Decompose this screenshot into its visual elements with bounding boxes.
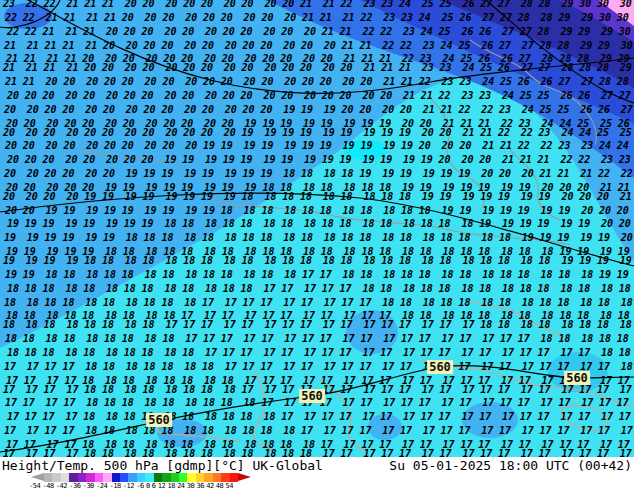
svg-text:21: 21	[101, 0, 114, 9]
svg-text:18: 18	[481, 297, 493, 308]
svg-text:20: 20	[441, 140, 454, 151]
svg-text:17: 17	[281, 283, 293, 294]
svg-text:17: 17	[320, 333, 332, 344]
svg-text:18: 18	[122, 333, 134, 344]
svg-text:18: 18	[25, 283, 37, 294]
svg-text:20: 20	[144, 12, 157, 23]
svg-text:20: 20	[105, 26, 118, 37]
svg-text:21: 21	[461, 127, 474, 138]
svg-text:18: 18	[363, 255, 375, 266]
svg-text:18: 18	[481, 232, 493, 243]
svg-text:20: 20	[243, 12, 256, 23]
svg-text:18: 18	[3, 319, 15, 330]
svg-text:25: 25	[556, 104, 569, 115]
svg-text:18: 18	[164, 218, 176, 229]
svg-text:18: 18	[322, 218, 334, 229]
svg-text:18: 18	[458, 232, 470, 243]
svg-text:18: 18	[558, 269, 570, 280]
svg-text:21: 21	[501, 154, 514, 165]
svg-text:19: 19	[482, 205, 494, 216]
svg-text:17: 17	[363, 448, 375, 457]
svg-text:19: 19	[578, 218, 590, 229]
svg-text:20: 20	[45, 140, 58, 151]
svg-text:19: 19	[359, 168, 371, 179]
svg-text:21: 21	[339, 26, 352, 37]
svg-text:17: 17	[282, 384, 294, 395]
svg-text:21: 21	[82, 26, 95, 37]
svg-text:18: 18	[83, 347, 95, 358]
svg-text:17: 17	[479, 347, 491, 358]
svg-text:17: 17	[165, 319, 177, 330]
svg-text:18: 18	[541, 269, 553, 280]
svg-text:19: 19	[3, 255, 15, 266]
colorbar-segment	[86, 473, 94, 482]
svg-text:20: 20	[184, 140, 197, 151]
svg-text:30: 30	[616, 12, 629, 23]
svg-text:20: 20	[65, 191, 78, 202]
svg-text:18: 18	[343, 205, 355, 216]
svg-text:18: 18	[143, 255, 155, 266]
svg-text:17: 17	[343, 333, 355, 344]
svg-text:17: 17	[539, 384, 551, 395]
svg-text:17: 17	[323, 448, 335, 457]
svg-text:21: 21	[341, 40, 354, 51]
svg-text:19: 19	[520, 218, 532, 229]
svg-text:28: 28	[537, 26, 550, 37]
svg-text:18: 18	[223, 411, 235, 422]
svg-text:18: 18	[362, 218, 374, 229]
colorbar-tick-label: -36	[68, 482, 81, 490]
svg-text:18: 18	[225, 425, 237, 436]
svg-text:19: 19	[283, 104, 295, 115]
svg-text:18: 18	[522, 297, 534, 308]
svg-text:17: 17	[381, 319, 393, 330]
svg-text:18: 18	[184, 232, 196, 243]
svg-text:24: 24	[418, 12, 431, 23]
svg-text:19: 19	[401, 140, 413, 151]
svg-text:20: 20	[102, 104, 115, 115]
colorbar-tick-label: 54	[224, 482, 234, 490]
svg-text:17: 17	[185, 333, 197, 344]
svg-text:18: 18	[621, 297, 633, 308]
svg-text:21: 21	[319, 12, 332, 23]
svg-text:17: 17	[403, 347, 415, 358]
svg-text:18: 18	[63, 333, 75, 344]
svg-text:20: 20	[242, 104, 255, 115]
svg-text:17: 17	[581, 397, 593, 408]
svg-text:20: 20	[460, 154, 473, 165]
svg-text:18: 18	[403, 283, 415, 294]
svg-text:17: 17	[498, 448, 510, 457]
svg-text:18: 18	[124, 283, 136, 294]
svg-text:20: 20	[101, 62, 114, 73]
svg-text:20: 20	[220, 12, 233, 23]
svg-text:17: 17	[482, 333, 494, 344]
svg-text:17: 17	[400, 361, 412, 372]
svg-text:17: 17	[500, 397, 512, 408]
svg-text:20: 20	[82, 90, 95, 101]
svg-text:19: 19	[241, 154, 253, 165]
svg-text:17: 17	[264, 384, 276, 395]
svg-text:19: 19	[362, 154, 374, 165]
contour-label-560: 560	[427, 360, 453, 374]
svg-text:21: 21	[65, 0, 78, 9]
svg-text:18: 18	[85, 425, 97, 436]
svg-text:17: 17	[304, 283, 316, 294]
svg-text:17: 17	[401, 397, 413, 408]
svg-text:17: 17	[300, 319, 312, 330]
svg-text:17: 17	[440, 384, 452, 395]
svg-text:18: 18	[243, 232, 255, 243]
svg-text:18: 18	[581, 269, 593, 280]
svg-text:18: 18	[440, 255, 452, 266]
colorbar-labels: -54-48-42-36-30-24-18-12-606121824303642…	[28, 482, 234, 490]
svg-text:21: 21	[103, 12, 116, 23]
svg-text:18: 18	[182, 347, 194, 358]
svg-text:20: 20	[220, 76, 233, 87]
svg-text:18: 18	[102, 448, 114, 457]
svg-text:20: 20	[181, 26, 194, 37]
svg-text:17: 17	[498, 384, 510, 395]
svg-text:17: 17	[203, 333, 215, 344]
svg-text:20: 20	[45, 76, 58, 87]
svg-text:20: 20	[123, 26, 136, 37]
svg-text:18: 18	[84, 384, 96, 395]
svg-text:20: 20	[438, 154, 451, 165]
svg-text:19: 19	[223, 154, 235, 165]
